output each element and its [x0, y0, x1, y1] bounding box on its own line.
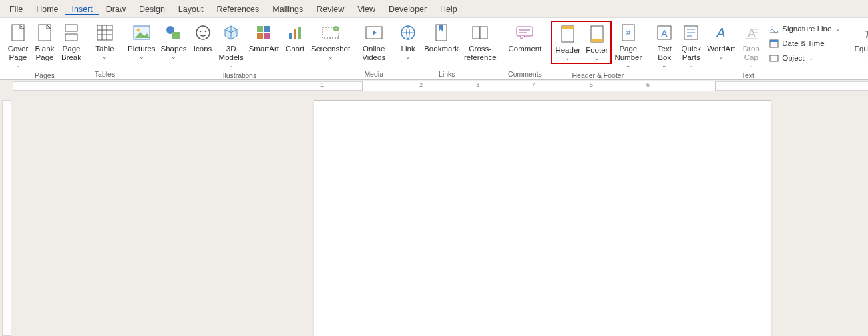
bookmark-button[interactable]: Bookmark — [421, 21, 461, 55]
comment-button[interactable]: Comment — [506, 21, 545, 55]
wordart-button[interactable]: A WordArt ⌄ — [704, 21, 738, 61]
svg-rect-3 — [65, 34, 77, 41]
date-time-button[interactable]: Date & Time — [766, 36, 843, 51]
svg-rect-17 — [264, 26, 270, 32]
screenshot-icon: + — [320, 22, 341, 43]
date-time-label: Date & Time — [782, 39, 824, 47]
link-label: Link — [401, 45, 415, 53]
svg-rect-30 — [480, 27, 487, 39]
icons-icon — [192, 22, 214, 43]
page-number-label: PageNumber — [614, 45, 642, 62]
vertical-ruler[interactable] — [0, 80, 13, 336]
chevron-down-icon: ⌄ — [139, 54, 144, 60]
date-time-icon — [769, 38, 779, 49]
tab-home[interactable]: Home — [29, 2, 65, 15]
header-icon — [557, 23, 578, 45]
link-button[interactable]: Link ⌄ — [395, 21, 421, 61]
header-label: Header — [555, 46, 580, 55]
tab-references[interactable]: References — [210, 2, 266, 15]
page-break-label: PageBreak — [61, 45, 81, 62]
screenshot-label: Screenshot — [311, 45, 350, 53]
tab-file[interactable]: File — [3, 2, 29, 15]
tab-developer[interactable]: Developer — [382, 2, 433, 15]
svg-point-14 — [199, 31, 201, 33]
svg-rect-31 — [517, 27, 533, 36]
svg-text:π: π — [865, 26, 868, 41]
3d-models-icon — [220, 22, 242, 43]
pictures-label: Pictures — [128, 45, 156, 53]
shapes-button[interactable]: Shapes ⌄ — [158, 21, 190, 61]
tab-mailings[interactable]: Mailings — [266, 2, 310, 15]
wordart-icon: A — [710, 22, 732, 43]
tab-insert[interactable]: Insert — [65, 2, 99, 15]
svg-rect-19 — [264, 33, 270, 39]
group-links-label: Links — [395, 69, 499, 79]
svg-rect-54 — [770, 55, 778, 61]
header-button[interactable]: Header ⌄ — [552, 22, 583, 63]
drop-cap-label: DropCap — [743, 45, 760, 62]
svg-rect-18 — [257, 33, 263, 39]
text-box-icon: A — [654, 22, 675, 43]
cross-reference-icon — [469, 22, 491, 43]
3d-models-button[interactable]: 3DModels ⌄ — [216, 21, 246, 70]
svg-rect-4 — [97, 25, 112, 40]
equation-label: Equation — [854, 45, 868, 53]
group-comments-label: Comments — [506, 69, 545, 79]
horizontal-ruler[interactable]: 1 2 3 4 5 6 6 — [13, 80, 868, 92]
icons-button[interactable]: Icons — [190, 21, 216, 55]
pictures-button[interactable]: Pictures ⌄ — [125, 21, 158, 61]
document-page[interactable] — [314, 100, 771, 336]
chart-icon — [284, 22, 306, 43]
link-icon — [397, 22, 419, 43]
text-box-button[interactable]: A TextBox ⌄ — [651, 21, 678, 70]
ruler-number: 1 — [320, 81, 324, 88]
svg-text:A: A — [662, 28, 668, 39]
group-symbols-label: Symbols — [851, 69, 868, 79]
svg-rect-12 — [172, 32, 180, 39]
cross-reference-button[interactable]: Cross-reference — [461, 21, 499, 63]
tab-draw[interactable]: Draw — [99, 2, 132, 15]
page-break-button[interactable]: PageBreak — [58, 21, 85, 63]
tab-layout[interactable]: Layout — [172, 2, 210, 15]
svg-point-10 — [136, 29, 140, 32]
tab-view[interactable]: View — [351, 2, 382, 15]
online-videos-button[interactable]: OnlineVideos — [359, 21, 388, 63]
footer-button[interactable]: Footer ⌄ — [583, 22, 610, 63]
chart-label: Chart — [286, 45, 304, 53]
3d-models-label: 3DModels — [219, 45, 244, 62]
chevron-down-icon: ⌄ — [405, 54, 411, 60]
equation-button[interactable]: π Equation ⌄ — [851, 21, 868, 61]
svg-rect-20 — [289, 33, 292, 39]
chevron-down-icon: ⌄ — [748, 63, 754, 69]
drop-cap-button[interactable]: A DropCap ⌄ — [738, 21, 765, 70]
smartart-icon — [253, 22, 274, 43]
svg-point-13 — [196, 26, 210, 39]
page-number-button[interactable]: # PageNumber ⌄ — [612, 21, 644, 70]
chevron-down-icon: ⌄ — [15, 63, 21, 69]
chart-button[interactable]: Chart — [282, 21, 308, 55]
footer-label: Footer — [586, 46, 608, 55]
chevron-down-icon: ⌄ — [171, 54, 176, 60]
chevron-down-icon: ⌄ — [809, 55, 814, 61]
chevron-down-icon: ⌄ — [228, 63, 234, 69]
tab-help[interactable]: Help — [433, 2, 464, 15]
svg-text:A: A — [716, 25, 726, 40]
footer-icon — [586, 23, 608, 45]
cover-page-button[interactable]: CoverPage ⌄ — [5, 21, 31, 70]
svg-rect-35 — [562, 26, 574, 29]
screenshot-button[interactable]: + Screenshot ⌄ — [308, 21, 353, 61]
bookmark-icon — [431, 22, 452, 43]
quick-parts-button[interactable]: QuickParts ⌄ — [678, 21, 704, 70]
ruler-number: 6 — [646, 81, 650, 88]
document-scroll[interactable] — [13, 92, 868, 336]
table-button[interactable]: Table ⌄ — [91, 21, 118, 61]
tab-review[interactable]: Review — [310, 2, 351, 15]
svg-rect-53 — [770, 40, 778, 42]
tab-design[interactable]: Design — [132, 2, 172, 15]
blank-page-button[interactable]: BlankPage — [31, 21, 58, 63]
chevron-down-icon: ⌄ — [662, 63, 667, 69]
smartart-button[interactable]: SmartArt — [246, 21, 282, 55]
ruler-number: 4 — [533, 81, 536, 88]
signature-line-button[interactable]: Signature Line ⌄ — [766, 21, 843, 36]
object-button[interactable]: Object ⌄ — [766, 51, 843, 65]
